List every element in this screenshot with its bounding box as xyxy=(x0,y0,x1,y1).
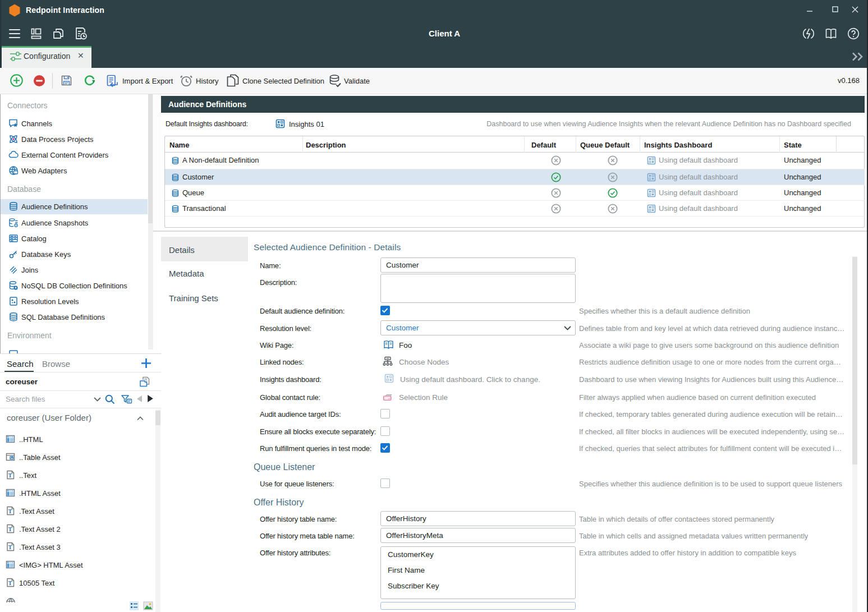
svg-text:T: T xyxy=(8,544,12,550)
svg-text:T: T xyxy=(8,580,12,586)
svg-text:T: T xyxy=(8,508,12,514)
svg-text:T: T xyxy=(8,526,12,532)
svg-text:T: T xyxy=(8,472,12,478)
